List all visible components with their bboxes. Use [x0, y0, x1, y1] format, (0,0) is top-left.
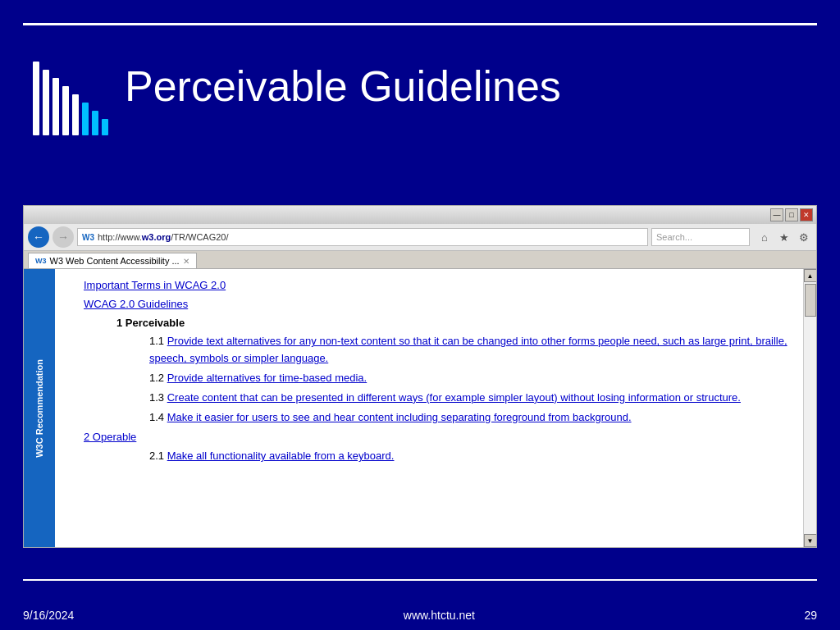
- item-2-1-num: 2.1: [149, 450, 164, 462]
- item-1-3-link[interactable]: Create content that can be presented in …: [167, 391, 741, 404]
- tab-bar: W3 W3 Web Content Accessibility ... ✕: [24, 251, 816, 269]
- scroll-up-button[interactable]: ▲: [804, 269, 817, 282]
- side-banner-text: W3C Recommendation: [34, 359, 44, 458]
- url-prefix: http://www.: [98, 232, 142, 242]
- browser-toolbar: ← → W3 http://www.w3.org/TR/WCAG20/ Sear…: [24, 224, 816, 251]
- maximize-button[interactable]: □: [785, 208, 798, 221]
- wcag-guidelines-link[interactable]: WCAG 2.0 Guidelines: [84, 298, 188, 310]
- settings-icon[interactable]: ⚙: [796, 229, 812, 245]
- top-line: [23, 23, 817, 25]
- item-2-1-link[interactable]: Make all functionality available from a …: [167, 450, 395, 462]
- footer-website: www.htctu.net: [404, 609, 475, 622]
- item-1-2-link[interactable]: Provide alternatives for time-based medi…: [167, 372, 368, 384]
- address-bar[interactable]: W3 http://www.w3.org/TR/WCAG20/: [77, 228, 648, 246]
- url-domain: w3.org: [142, 232, 171, 242]
- url-text: http://www.w3.org/TR/WCAG20/: [98, 232, 229, 242]
- browser-content: W3C Recommendation Important Terms in WC…: [24, 269, 816, 547]
- back-button[interactable]: ←: [28, 226, 49, 248]
- item-1-2-num: 1.2: [149, 372, 164, 384]
- scrollbar: ▲ ▼: [803, 269, 816, 547]
- search-bar[interactable]: Search...: [651, 228, 750, 246]
- bookmark-icon[interactable]: ★: [776, 229, 792, 245]
- logo-bar-5: [72, 94, 79, 135]
- item-1-1-num: 1.1: [149, 335, 164, 347]
- section-2-link[interactable]: 2 Operable: [84, 431, 136, 443]
- minimize-button[interactable]: —: [770, 208, 783, 221]
- tab-label: W3 Web Content Accessibility ...: [50, 256, 180, 266]
- scroll-down-button[interactable]: ▼: [804, 534, 817, 547]
- bottom-line: [23, 579, 817, 581]
- item-1-1-link[interactable]: Provide text alternatives for any non-te…: [149, 335, 788, 364]
- item-1-4-num: 1.4: [149, 411, 164, 423]
- browser-titlebar: — □ ✕: [24, 206, 816, 224]
- slide-title: Perceivable Guidelines: [125, 62, 561, 111]
- url-path: /TR/WCAG20/: [171, 232, 228, 242]
- scroll-thumb[interactable]: [805, 284, 816, 317]
- logo-bar-4: [62, 86, 69, 135]
- section-1-header: 1 Perceivable: [116, 317, 185, 329]
- item-1-4-link[interactable]: Make it easier for users to see and hear…: [167, 411, 632, 423]
- toolbar-icons: ⌂ ★ ⚙: [756, 229, 812, 245]
- important-terms-link[interactable]: Important Terms in WCAG 2.0: [84, 279, 226, 291]
- close-button[interactable]: ✕: [800, 208, 813, 221]
- logo-bar-3: [52, 78, 59, 135]
- footer: 9/16/2024 www.htctu.net 29: [23, 609, 817, 622]
- content-area: Important Terms in WCAG 2.0 WCAG 2.0 Gui…: [55, 269, 803, 547]
- logo-bar-1: [33, 62, 39, 135]
- footer-page-number: 29: [804, 609, 817, 622]
- side-banner: W3C Recommendation: [24, 269, 55, 547]
- item-1-3-num: 1.3: [149, 391, 164, 404]
- w3-favicon: W3: [82, 233, 94, 242]
- footer-date: 9/16/2024: [23, 609, 74, 622]
- header-area: Perceivable Guidelines: [33, 37, 561, 135]
- browser-window: — □ ✕ ← → W3 http://www.w3.org/TR/WCAG20…: [23, 205, 817, 548]
- logo-bar-8: [102, 119, 108, 135]
- tab-close-button[interactable]: ✕: [183, 257, 189, 266]
- logo-bar-6: [82, 103, 89, 135]
- logo-bar-2: [43, 70, 49, 135]
- search-placeholder: Search...: [656, 232, 692, 242]
- browser-tab[interactable]: W3 W3 Web Content Accessibility ... ✕: [28, 253, 197, 268]
- tab-favicon: W3: [35, 257, 47, 265]
- logo-bar-7: [92, 111, 98, 135]
- home-icon[interactable]: ⌂: [756, 229, 773, 245]
- logo-bars: [33, 37, 108, 135]
- forward-button[interactable]: →: [52, 226, 74, 248]
